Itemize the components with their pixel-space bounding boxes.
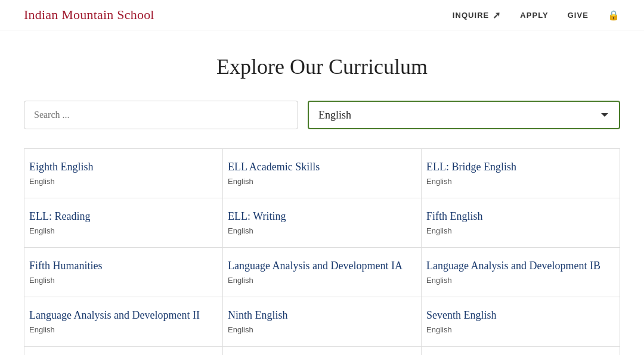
course-card[interactable]: ELL: Bridge EnglishEnglish — [422, 149, 620, 198]
course-card[interactable]: Ninth EnglishEnglish — [223, 297, 422, 347]
page-title: Explore Our Curriculum — [24, 54, 620, 79]
course-card[interactable]: ELL: WritingEnglish — [223, 198, 422, 248]
course-name: ELL Academic Skills — [228, 161, 409, 173]
site-title[interactable]: Indian Mountain School — [24, 7, 154, 23]
course-category: English — [29, 177, 210, 186]
course-card[interactable]: Sixth HumanitiesEnglish — [223, 347, 422, 355]
course-name: Language Analysis and Development IB — [426, 260, 608, 272]
main-content: Explore Our Curriculum English All Math … — [0, 30, 644, 355]
course-name: Language Analysis and Development II — [29, 309, 210, 322]
nav-apply[interactable]: APPLY — [520, 11, 548, 20]
nav-links: INQUIRE ➚ APPLY GIVE 🔒 — [453, 10, 620, 21]
course-category: English — [29, 276, 210, 285]
course-category: English — [228, 226, 409, 235]
course-card[interactable]: ELL Academic SkillsEnglish — [223, 149, 422, 198]
filter-row: English All Math Science History Arts — [24, 101, 620, 129]
course-card[interactable]: Sixth EnglishEnglish — [24, 347, 223, 355]
course-card[interactable]: Language Analysis and Development IAEngl… — [223, 248, 422, 297]
course-category: English — [426, 177, 608, 186]
course-name: ELL: Bridge English — [426, 161, 608, 173]
course-category: English — [29, 226, 210, 235]
course-name: Fifth English — [426, 210, 608, 223]
course-name: Eighth English — [29, 161, 210, 173]
course-name: Language Analysis and Development IA — [228, 260, 409, 272]
category-filter[interactable]: English All Math Science History Arts — [308, 101, 620, 129]
course-card[interactable]: Fifth HumanitiesEnglish — [24, 248, 223, 297]
course-name: Fifth Humanities — [29, 260, 210, 272]
course-card[interactable]: Fifth EnglishEnglish — [422, 198, 620, 248]
inquire-label: INQUIRE — [453, 11, 489, 20]
course-name: ELL: Reading — [29, 210, 210, 223]
nav-inquire[interactable]: INQUIRE ➚ — [453, 10, 501, 21]
lock-icon: 🔒 — [608, 10, 620, 21]
courses-grid: Eighth EnglishEnglishELL Academic Skills… — [24, 148, 620, 355]
course-card[interactable]: Eighth EnglishEnglish — [24, 149, 223, 198]
course-name: ELL: Writing — [228, 210, 409, 223]
apply-label: APPLY — [520, 11, 548, 20]
course-category: English — [228, 325, 409, 334]
course-name: Seventh English — [426, 309, 608, 322]
course-category: English — [228, 276, 409, 285]
site-header: Indian Mountain School INQUIRE ➚ APPLY G… — [0, 0, 644, 30]
course-category: English — [426, 226, 608, 235]
course-card[interactable]: Language Analysis and Development IIEngl… — [24, 297, 223, 347]
course-category: English — [426, 276, 608, 285]
course-card[interactable]: Sixth Language Analysis And DevelopmentE… — [422, 347, 620, 355]
course-card[interactable]: Language Analysis and Development IBEngl… — [422, 248, 620, 297]
inquire-icon: ➚ — [493, 10, 501, 21]
search-input[interactable] — [24, 101, 298, 129]
course-card[interactable]: Seventh EnglishEnglish — [422, 297, 620, 347]
course-category: English — [29, 325, 210, 334]
nav-lock[interactable]: 🔒 — [608, 10, 620, 21]
course-card[interactable]: ELL: ReadingEnglish — [24, 198, 223, 248]
course-category: English — [228, 177, 409, 186]
give-label: GIVE — [568, 11, 589, 20]
course-name: Ninth English — [228, 309, 409, 322]
course-category: English — [426, 325, 608, 334]
nav-give[interactable]: GIVE — [568, 11, 589, 20]
